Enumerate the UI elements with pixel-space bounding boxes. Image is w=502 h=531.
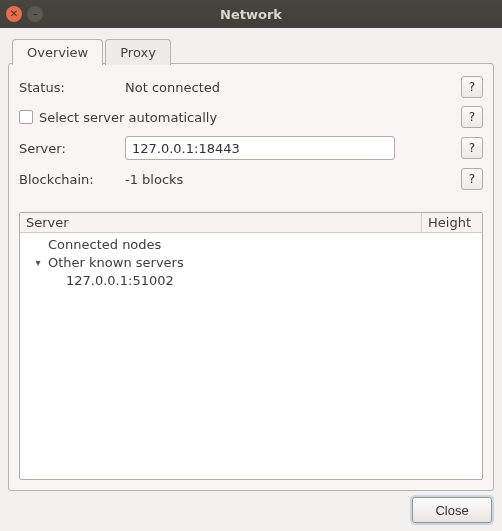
titlebar: ✕ – Network (0, 0, 502, 28)
help-button-status[interactable]: ? (461, 76, 483, 98)
blockchain-label: Blockchain: (19, 172, 119, 187)
window-title: Network (0, 7, 502, 22)
window-body: Overview Proxy Status: Not connected ? S… (0, 28, 502, 531)
tree-body[interactable]: Connected nodes ▾ Other known servers 12… (20, 233, 482, 479)
tree-header-server[interactable]: Server (20, 213, 422, 232)
auto-select-checkbox[interactable]: Select server automatically (19, 110, 455, 125)
chevron-down-icon[interactable]: ▾ (32, 257, 44, 268)
tree-header: Server Height (20, 213, 482, 233)
tab-pane-overview: Status: Not connected ? Select server au… (8, 63, 494, 491)
close-window-icon[interactable]: ✕ (6, 6, 22, 22)
server-label: Server: (19, 141, 119, 156)
tabstrip: Overview Proxy (8, 36, 494, 64)
checkbox-icon (19, 110, 33, 124)
tree-row-connected[interactable]: Connected nodes (20, 235, 482, 253)
auto-select-label: Select server automatically (39, 110, 217, 125)
server-input[interactable] (125, 136, 395, 160)
close-button[interactable]: Close (412, 497, 492, 523)
help-button-auto[interactable]: ? (461, 106, 483, 128)
dialog-footer: Close (8, 491, 494, 523)
minimize-window-icon[interactable]: – (27, 6, 43, 22)
tab-overview[interactable]: Overview (12, 39, 103, 65)
blockchain-value: -1 blocks (125, 172, 455, 187)
server-tree: Server Height Connected nodes ▾ Other kn… (19, 212, 483, 480)
status-label: Status: (19, 80, 119, 95)
help-button-blockchain[interactable]: ? (461, 168, 483, 190)
tree-row-other[interactable]: ▾ Other known servers (20, 253, 482, 271)
tree-header-height[interactable]: Height (422, 213, 482, 232)
tab-proxy[interactable]: Proxy (105, 39, 171, 65)
help-button-server[interactable]: ? (461, 137, 483, 159)
status-value: Not connected (125, 80, 455, 95)
tree-row-other-child[interactable]: 127.0.0.1:51002 (20, 271, 482, 289)
